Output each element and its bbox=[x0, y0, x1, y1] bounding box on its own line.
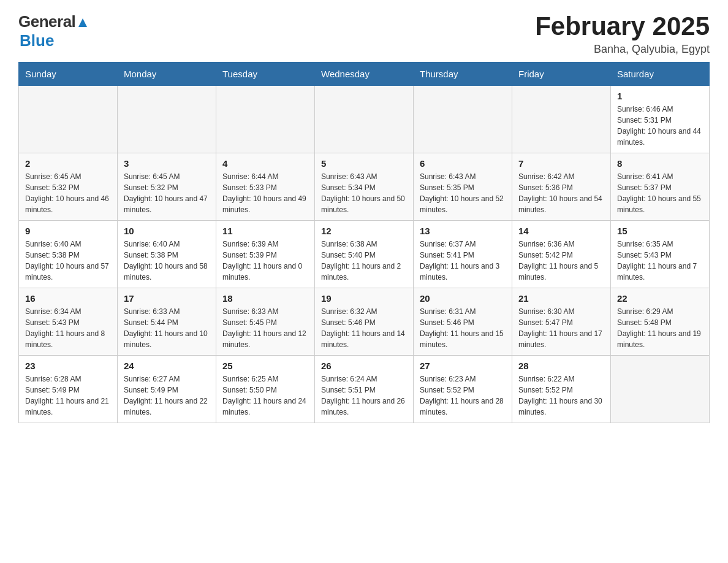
day-of-week-header: Saturday bbox=[611, 63, 710, 86]
day-of-week-header: Friday bbox=[512, 63, 611, 86]
day-of-week-header: Monday bbox=[118, 63, 216, 86]
calendar-table: SundayMondayTuesdayWednesdayThursdayFrid… bbox=[18, 62, 710, 423]
day-number: 26 bbox=[321, 361, 407, 371]
calendar-cell: 13Sunrise: 6:37 AMSunset: 5:41 PMDayligh… bbox=[414, 221, 512, 288]
day-number: 9 bbox=[25, 226, 111, 236]
calendar-cell bbox=[19, 86, 118, 153]
day-number: 3 bbox=[124, 158, 210, 169]
calendar-cell: 22Sunrise: 6:29 AMSunset: 5:48 PMDayligh… bbox=[611, 288, 710, 356]
day-number: 8 bbox=[617, 158, 703, 169]
day-info: Sunrise: 6:45 AMSunset: 5:32 PMDaylight:… bbox=[25, 171, 111, 215]
day-number: 16 bbox=[25, 293, 111, 304]
calendar-cell: 12Sunrise: 6:38 AMSunset: 5:40 PMDayligh… bbox=[315, 221, 414, 288]
calendar-cell: 26Sunrise: 6:24 AMSunset: 5:51 PMDayligh… bbox=[315, 356, 414, 423]
calendar-cell: 6Sunrise: 6:43 AMSunset: 5:35 PMDaylight… bbox=[414, 153, 512, 221]
day-info: Sunrise: 6:35 AMSunset: 5:43 PMDaylight:… bbox=[617, 239, 703, 283]
day-info: Sunrise: 6:29 AMSunset: 5:48 PMDaylight:… bbox=[617, 306, 703, 350]
calendar-cell: 28Sunrise: 6:22 AMSunset: 5:52 PMDayligh… bbox=[512, 356, 611, 423]
day-info: Sunrise: 6:25 AMSunset: 5:50 PMDaylight:… bbox=[222, 373, 308, 418]
day-info: Sunrise: 6:43 AMSunset: 5:35 PMDaylight:… bbox=[420, 171, 506, 215]
day-info: Sunrise: 6:31 AMSunset: 5:46 PMDaylight:… bbox=[420, 306, 506, 350]
day-info: Sunrise: 6:39 AMSunset: 5:39 PMDaylight:… bbox=[222, 239, 308, 283]
svg-marker-0 bbox=[78, 18, 87, 27]
day-info: Sunrise: 6:23 AMSunset: 5:52 PMDaylight:… bbox=[420, 373, 506, 418]
day-of-week-header: Tuesday bbox=[216, 63, 315, 86]
day-number: 17 bbox=[124, 293, 210, 304]
calendar-cell: 2Sunrise: 6:45 AMSunset: 5:32 PMDaylight… bbox=[19, 153, 118, 221]
day-info: Sunrise: 6:33 AMSunset: 5:45 PMDaylight:… bbox=[222, 306, 308, 350]
calendar-week-row: 2Sunrise: 6:45 AMSunset: 5:32 PMDaylight… bbox=[19, 153, 710, 221]
calendar-cell: 10Sunrise: 6:40 AMSunset: 5:38 PMDayligh… bbox=[118, 221, 216, 288]
day-number: 6 bbox=[420, 158, 506, 169]
calendar-cell bbox=[414, 86, 512, 153]
day-info: Sunrise: 6:24 AMSunset: 5:51 PMDaylight:… bbox=[321, 373, 407, 418]
calendar-cell: 25Sunrise: 6:25 AMSunset: 5:50 PMDayligh… bbox=[216, 356, 315, 423]
page-header: General Blue February 2025 Banha, Qalyub… bbox=[18, 12, 710, 56]
day-number: 11 bbox=[222, 226, 308, 236]
calendar-cell bbox=[118, 86, 216, 153]
logo-general-text: General bbox=[18, 12, 75, 31]
day-number: 23 bbox=[25, 361, 111, 371]
day-info: Sunrise: 6:41 AMSunset: 5:37 PMDaylight:… bbox=[617, 171, 703, 215]
day-info: Sunrise: 6:37 AMSunset: 5:41 PMDaylight:… bbox=[420, 239, 506, 283]
logo-blue-text: Blue bbox=[20, 31, 54, 50]
day-info: Sunrise: 6:40 AMSunset: 5:38 PMDaylight:… bbox=[124, 239, 210, 283]
day-of-week-header: Sunday bbox=[19, 63, 118, 86]
day-number: 19 bbox=[321, 293, 407, 304]
day-number: 15 bbox=[617, 226, 703, 236]
calendar-cell: 21Sunrise: 6:30 AMSunset: 5:47 PMDayligh… bbox=[512, 288, 611, 356]
calendar-cell: 4Sunrise: 6:44 AMSunset: 5:33 PMDaylight… bbox=[216, 153, 315, 221]
calendar-cell: 17Sunrise: 6:33 AMSunset: 5:44 PMDayligh… bbox=[118, 288, 216, 356]
day-info: Sunrise: 6:45 AMSunset: 5:32 PMDaylight:… bbox=[124, 171, 210, 215]
calendar-title: February 2025 bbox=[535, 12, 710, 40]
calendar-header-row: SundayMondayTuesdayWednesdayThursdayFrid… bbox=[19, 63, 710, 86]
day-number: 20 bbox=[420, 293, 506, 304]
day-info: Sunrise: 6:36 AMSunset: 5:42 PMDaylight:… bbox=[518, 239, 604, 283]
day-number: 28 bbox=[518, 361, 604, 371]
day-number: 12 bbox=[321, 226, 407, 236]
calendar-cell: 11Sunrise: 6:39 AMSunset: 5:39 PMDayligh… bbox=[216, 221, 315, 288]
logo-triangle-icon bbox=[76, 16, 89, 29]
day-info: Sunrise: 6:40 AMSunset: 5:38 PMDaylight:… bbox=[25, 239, 111, 283]
day-number: 2 bbox=[25, 158, 111, 169]
calendar-cell bbox=[512, 86, 611, 153]
day-number: 25 bbox=[222, 361, 308, 371]
day-info: Sunrise: 6:22 AMSunset: 5:52 PMDaylight:… bbox=[518, 373, 604, 418]
calendar-week-row: 16Sunrise: 6:34 AMSunset: 5:43 PMDayligh… bbox=[19, 288, 710, 356]
day-of-week-header: Thursday bbox=[414, 63, 512, 86]
day-info: Sunrise: 6:46 AMSunset: 5:31 PMDaylight:… bbox=[617, 104, 703, 148]
day-number: 22 bbox=[617, 293, 703, 304]
day-info: Sunrise: 6:32 AMSunset: 5:46 PMDaylight:… bbox=[321, 306, 407, 350]
day-of-week-header: Wednesday bbox=[315, 63, 414, 86]
calendar-cell: 5Sunrise: 6:43 AMSunset: 5:34 PMDaylight… bbox=[315, 153, 414, 221]
calendar-cell bbox=[315, 86, 414, 153]
calendar-cell: 24Sunrise: 6:27 AMSunset: 5:49 PMDayligh… bbox=[118, 356, 216, 423]
day-info: Sunrise: 6:34 AMSunset: 5:43 PMDaylight:… bbox=[25, 306, 111, 350]
day-info: Sunrise: 6:30 AMSunset: 5:47 PMDaylight:… bbox=[518, 306, 604, 350]
calendar-cell: 7Sunrise: 6:42 AMSunset: 5:36 PMDaylight… bbox=[512, 153, 611, 221]
day-info: Sunrise: 6:38 AMSunset: 5:40 PMDaylight:… bbox=[321, 239, 407, 283]
day-info: Sunrise: 6:43 AMSunset: 5:34 PMDaylight:… bbox=[321, 171, 407, 215]
calendar-cell: 19Sunrise: 6:32 AMSunset: 5:46 PMDayligh… bbox=[315, 288, 414, 356]
calendar-cell bbox=[611, 356, 710, 423]
day-info: Sunrise: 6:33 AMSunset: 5:44 PMDaylight:… bbox=[124, 306, 210, 350]
day-number: 24 bbox=[124, 361, 210, 371]
calendar-cell: 16Sunrise: 6:34 AMSunset: 5:43 PMDayligh… bbox=[19, 288, 118, 356]
day-number: 10 bbox=[124, 226, 210, 236]
day-number: 18 bbox=[222, 293, 308, 304]
day-number: 7 bbox=[518, 158, 604, 169]
day-number: 21 bbox=[518, 293, 604, 304]
calendar-cell: 18Sunrise: 6:33 AMSunset: 5:45 PMDayligh… bbox=[216, 288, 315, 356]
day-number: 4 bbox=[222, 158, 308, 169]
calendar-cell: 23Sunrise: 6:28 AMSunset: 5:49 PMDayligh… bbox=[19, 356, 118, 423]
day-info: Sunrise: 6:42 AMSunset: 5:36 PMDaylight:… bbox=[518, 171, 604, 215]
day-number: 13 bbox=[420, 226, 506, 236]
calendar-cell: 8Sunrise: 6:41 AMSunset: 5:37 PMDaylight… bbox=[611, 153, 710, 221]
calendar-cell: 15Sunrise: 6:35 AMSunset: 5:43 PMDayligh… bbox=[611, 221, 710, 288]
day-info: Sunrise: 6:44 AMSunset: 5:33 PMDaylight:… bbox=[222, 171, 308, 215]
logo: General Blue bbox=[18, 12, 89, 50]
calendar-cell: 14Sunrise: 6:36 AMSunset: 5:42 PMDayligh… bbox=[512, 221, 611, 288]
day-number: 5 bbox=[321, 158, 407, 169]
calendar-cell: 3Sunrise: 6:45 AMSunset: 5:32 PMDaylight… bbox=[118, 153, 216, 221]
calendar-week-row: 9Sunrise: 6:40 AMSunset: 5:38 PMDaylight… bbox=[19, 221, 710, 288]
